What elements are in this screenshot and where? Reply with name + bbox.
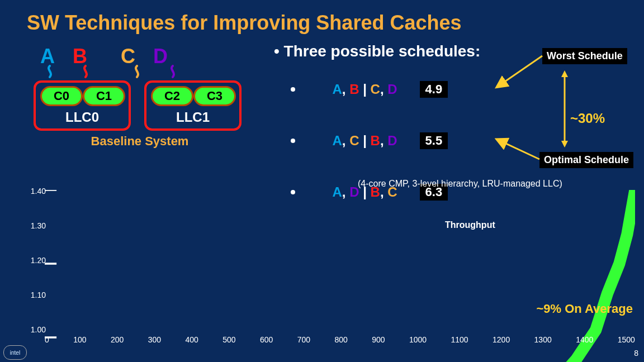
core-C2: C2 — [151, 86, 193, 106]
ytick: 1.30 — [31, 221, 46, 230]
xtick: 0 — [45, 335, 49, 344]
intel-logo: intel — [3, 345, 27, 360]
xtick: 200 — [111, 335, 124, 344]
xtick: 1200 — [493, 335, 510, 344]
xtick: 300 — [148, 335, 161, 344]
ytick: 1.00 — [31, 325, 46, 334]
tok: , — [380, 133, 387, 148]
schedule-1: A, B | C, D 4.9 — [291, 66, 632, 113]
tok: D — [387, 82, 397, 97]
xtick: 900 — [372, 335, 385, 344]
ratio-chart: Optimal / Worst Schedule 1.40 1.30 1.20 … — [13, 190, 635, 346]
xtick: 500 — [222, 335, 235, 344]
ytick: 1.20 — [31, 256, 46, 265]
llc1-box: C2 C3 LLC1 — [144, 80, 242, 131]
optimal-schedule-badge: Optimal Schedule — [539, 152, 633, 168]
bullet-dot — [291, 139, 295, 143]
tok: | — [359, 133, 370, 148]
tok: D — [387, 133, 397, 148]
page-number: 8 — [634, 349, 638, 358]
ytick: 1.10 — [31, 290, 46, 299]
tok: B — [371, 133, 380, 148]
throughput-value-2: 5.5 — [420, 132, 448, 149]
xtick: 1400 — [576, 335, 593, 344]
llc1-label: LLC1 — [151, 109, 235, 125]
bullet-dot — [291, 87, 295, 92]
tok: A — [332, 133, 342, 148]
core-C1: C1 — [83, 86, 125, 106]
llc-group: C0 C1 LLC0 C2 C3 LLC1 — [34, 80, 246, 131]
tok: C — [349, 133, 359, 148]
xtick: 400 — [185, 335, 198, 344]
worst-schedule-badge: Worst Schedule — [542, 48, 627, 64]
xtick: 1000 — [409, 335, 427, 344]
xtick: 800 — [334, 335, 347, 344]
xtick: 1300 — [534, 335, 552, 344]
llc0-label: LLC0 — [40, 109, 124, 125]
tok: , — [380, 82, 387, 97]
xtick: 100 — [73, 335, 86, 344]
baseline-system-label: Baseline System — [34, 134, 246, 149]
nine-percent-annotation: ~9% On Average — [536, 302, 633, 316]
squiggle-arrows — [41, 65, 246, 79]
xtick: 1100 — [451, 335, 468, 344]
core-C3: C3 — [193, 86, 236, 106]
throughput-value-1: 4.9 — [420, 81, 448, 98]
xtick: 1500 — [618, 335, 635, 344]
tok: C — [371, 82, 380, 97]
tok: , — [342, 82, 349, 97]
tok: B — [349, 82, 359, 97]
thirty-percent-annotation: ~30% — [570, 111, 605, 126]
llc0-box: C0 C1 LLC0 — [34, 80, 131, 131]
baseline-system-diagram: A B C D C0 C1 LLC0 C2 C3 LLC1 Baseline S… — [34, 45, 246, 149]
y-axis-ticks: 1.40 1.30 1.20 1.10 1.00 — [27, 187, 46, 334]
x-axis-ticks: 0100200300400500600700800900100011001200… — [45, 335, 635, 344]
xtick: 600 — [260, 335, 273, 344]
tok: , — [342, 133, 349, 148]
tok: | — [359, 82, 370, 97]
system-config-note: (4-core CMP, 3-level hierarchy, LRU-mana… — [358, 179, 562, 189]
page-title: SW Techniques for Improving Shared Cache… — [27, 11, 461, 35]
tok: A — [332, 82, 342, 97]
xtick: 700 — [297, 335, 310, 344]
ytick: 1.40 — [31, 187, 46, 196]
core-C0: C0 — [40, 86, 83, 106]
